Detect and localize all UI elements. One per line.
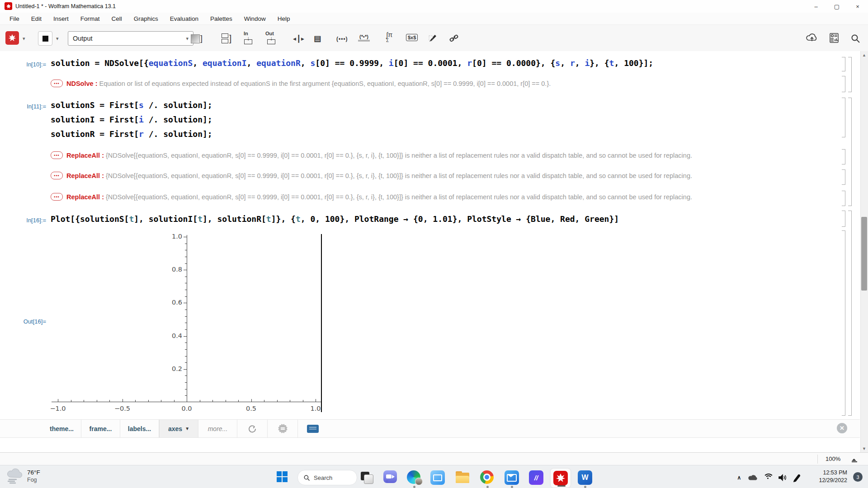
file-explorer-icon[interactable] (456, 471, 470, 483)
uncomment-icon[interactable]: (*▪*) (358, 34, 370, 42)
chat-teams-icon[interactable] (383, 470, 397, 483)
magnification-widget-icon[interactable] (852, 456, 857, 462)
maximize-button[interactable]: ▢ (826, 0, 847, 13)
scroll-up-icon[interactable]: ▲ (860, 51, 868, 59)
scrollbar-thumb[interactable] (861, 217, 867, 291)
menu-edit[interactable]: Edit (25, 15, 47, 22)
mail-icon[interactable] (505, 470, 519, 485)
word-icon[interactable]: W (578, 470, 592, 485)
start-button-icon[interactable] (277, 471, 288, 482)
menu-window[interactable]: Window (238, 15, 272, 22)
wolfram-app-icon[interactable]: // (529, 470, 543, 485)
evaluate-spikey-button[interactable] (5, 31, 19, 45)
close-suggestions-icon[interactable]: ✕ (837, 423, 847, 433)
scroll-down-icon[interactable]: ▼ (860, 445, 868, 452)
error-message-replaceall-1[interactable]: ••• ReplaceAll: {NDSolve[{equationS, equ… (51, 151, 692, 159)
clock[interactable]: 12:53 PM 12/29/2022 (819, 469, 847, 484)
error-badge-icon[interactable]: ••• (51, 172, 63, 179)
input-cell-in16[interactable]: Plot[{solutionS[t], solutionI[t], soluti… (51, 214, 619, 224)
menu-help[interactable]: Help (272, 15, 296, 22)
inline-cell-icon[interactable]: ] (191, 34, 203, 43)
justify-icon[interactable]: ▤ (314, 34, 321, 43)
error-text: Equation or list of equations expected i… (99, 80, 551, 87)
weather-widget[interactable]: 76°F Fog (6, 468, 40, 484)
error-message-ndsolve[interactable]: ••• NDSolve: Equation or list of equatio… (51, 80, 551, 87)
search-icon[interactable] (850, 33, 861, 44)
taskbar: 76°F Fog Search (0, 465, 868, 488)
drawing-tools-icon[interactable] (428, 33, 438, 43)
task-view-icon[interactable] (360, 471, 373, 484)
documentation-icon[interactable] (828, 32, 840, 44)
cell-style-swatch-button[interactable] (38, 31, 52, 46)
input-cell-in10[interactable]: solution = NDSolve[{equationS, equationI… (51, 58, 653, 68)
notification-badge[interactable]: 3 (853, 472, 863, 482)
cell-group-bracket[interactable] (848, 98, 852, 206)
search-icon (303, 474, 310, 481)
cell-bracket[interactable] (842, 211, 845, 227)
align-icon[interactable]: ◀┃▶ (293, 35, 304, 43)
cell-bracket[interactable] (842, 169, 845, 185)
error-message-replaceall-2[interactable]: ••• ReplaceAll: {NDSolve[{equationS, equ… (51, 172, 692, 179)
menu-format[interactable]: Format (75, 15, 106, 22)
error-symbol: ReplaceAll (66, 172, 100, 179)
chrome-icon[interactable] (480, 470, 495, 485)
onedrive-cloud-icon[interactable] (747, 472, 759, 483)
cell-group-icon[interactable]: ] (220, 33, 233, 44)
suggestion-frame-button[interactable]: frame... (81, 420, 120, 437)
mathematica-spikey-icon (5, 2, 12, 10)
volume-icon[interactable] (777, 472, 788, 483)
move-input-icon[interactable]: In ↓ (241, 31, 255, 46)
cell-bracket[interactable] (842, 98, 845, 137)
error-message-replaceall-3[interactable]: ••• ReplaceAll: {NDSolve[{equationS, equ… (51, 193, 692, 201)
iterate-suggestion-icon[interactable] (237, 420, 268, 437)
menu-file[interactable]: File (4, 15, 25, 22)
input-cell-in11-line1[interactable]: solutionS = First[s /. solution]; (51, 100, 212, 110)
cell-group-bracket[interactable] (848, 57, 852, 92)
comment-icon[interactable]: (•••) (336, 36, 348, 42)
mathematica-taskbar-icon[interactable] (553, 471, 568, 485)
hyperlink-icon[interactable] (448, 33, 459, 44)
error-badge-icon[interactable]: ••• (51, 151, 63, 159)
cell-bracket[interactable] (842, 230, 845, 416)
suggestion-theme-button[interactable]: theme... (42, 420, 81, 437)
suggestion-axes-button[interactable]: axes ▼ (159, 420, 198, 437)
suggestion-more-button[interactable]: more... (198, 420, 237, 437)
pen-icon[interactable] (791, 472, 803, 483)
suggestion-settings-icon[interactable] (268, 420, 298, 437)
cell-style-select[interactable]: Output ▾ (68, 31, 193, 46)
suggestion-labels-button[interactable]: labels... (120, 420, 159, 437)
cell-bracket[interactable] (842, 149, 845, 164)
title-bar: Untitled-1 * - Wolfram Mathematica 13.1 … (0, 0, 868, 13)
taskbar-search[interactable]: Search (297, 470, 357, 485)
style-dropdown-chevron-icon[interactable]: ▾ (56, 36, 59, 42)
cell-bracket[interactable] (842, 191, 845, 206)
edge-browser-icon[interactable] (407, 470, 421, 485)
menu-graphics[interactable]: Graphics (128, 15, 164, 22)
cell-bracket[interactable] (842, 57, 845, 71)
cloud-publish-icon[interactable] (806, 32, 818, 44)
move-output-icon[interactable]: Out ↓ (264, 31, 278, 46)
menu-cell[interactable]: Cell (106, 15, 128, 22)
error-badge-icon[interactable]: ••• (51, 80, 63, 87)
spikey-dropdown-chevron-icon[interactable]: ▾ (23, 36, 25, 42)
select-chevron-icon: ▾ (186, 36, 189, 42)
magnification-value[interactable]: 100% (826, 455, 840, 462)
minimize-button[interactable]: – (806, 0, 826, 13)
menu-insert[interactable]: Insert (47, 15, 75, 22)
media-app-icon[interactable] (430, 470, 445, 485)
input-cell-in11-line2[interactable]: solutionI = First[i /. solution]; (51, 115, 212, 124)
close-button[interactable]: × (847, 0, 868, 13)
search-label: Search (314, 474, 332, 481)
menu-evaluation[interactable]: Evaluation (164, 15, 204, 22)
wifi-icon[interactable] (763, 474, 773, 482)
menu-palettes[interactable]: Palettes (204, 15, 238, 22)
hidden-icons-chevron-icon[interactable]: ∧ (733, 472, 745, 483)
cell-group-bracket[interactable] (848, 211, 852, 416)
input-cell-in11-line3[interactable]: solutionR = First[r /. solution]; (51, 129, 212, 139)
cell-bracket[interactable] (842, 76, 845, 92)
error-badge-icon[interactable]: ••• (51, 193, 63, 201)
feedback-bubble-icon[interactable] (298, 420, 328, 437)
tex-convert-icon[interactable]: $x$ (406, 34, 418, 41)
math-template-icon[interactable]: ∫πΣ (386, 32, 392, 43)
notebook-area[interactable] (0, 51, 860, 452)
